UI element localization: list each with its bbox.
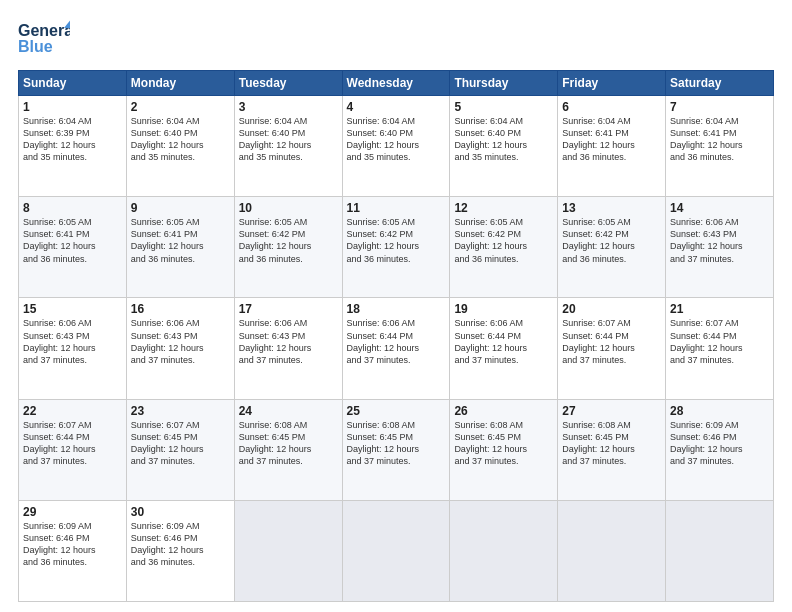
calendar-cell: 27Sunrise: 6:08 AM Sunset: 6:45 PM Dayli… (558, 399, 666, 500)
day-number: 11 (347, 201, 446, 215)
calendar-cell (666, 500, 774, 601)
calendar-cell: 16Sunrise: 6:06 AM Sunset: 6:43 PM Dayli… (126, 298, 234, 399)
header: General Blue (18, 18, 774, 62)
day-info: Sunrise: 6:08 AM Sunset: 6:45 PM Dayligh… (454, 419, 553, 468)
day-info: Sunrise: 6:06 AM Sunset: 6:43 PM Dayligh… (239, 317, 338, 366)
day-info: Sunrise: 6:04 AM Sunset: 6:40 PM Dayligh… (239, 115, 338, 164)
day-number: 25 (347, 404, 446, 418)
calendar-cell: 13Sunrise: 6:05 AM Sunset: 6:42 PM Dayli… (558, 197, 666, 298)
calendar-day-header: Sunday (19, 71, 127, 96)
calendar-cell: 24Sunrise: 6:08 AM Sunset: 6:45 PM Dayli… (234, 399, 342, 500)
calendar-cell: 22Sunrise: 6:07 AM Sunset: 6:44 PM Dayli… (19, 399, 127, 500)
calendar-day-header: Monday (126, 71, 234, 96)
day-number: 22 (23, 404, 122, 418)
day-number: 23 (131, 404, 230, 418)
day-info: Sunrise: 6:06 AM Sunset: 6:43 PM Dayligh… (131, 317, 230, 366)
day-info: Sunrise: 6:04 AM Sunset: 6:40 PM Dayligh… (454, 115, 553, 164)
calendar-day-header: Thursday (450, 71, 558, 96)
day-number: 18 (347, 302, 446, 316)
calendar-cell: 20Sunrise: 6:07 AM Sunset: 6:44 PM Dayli… (558, 298, 666, 399)
day-number: 4 (347, 100, 446, 114)
day-number: 14 (670, 201, 769, 215)
day-number: 19 (454, 302, 553, 316)
calendar-table: SundayMondayTuesdayWednesdayThursdayFrid… (18, 70, 774, 602)
day-info: Sunrise: 6:04 AM Sunset: 6:41 PM Dayligh… (670, 115, 769, 164)
day-number: 9 (131, 201, 230, 215)
day-info: Sunrise: 6:08 AM Sunset: 6:45 PM Dayligh… (239, 419, 338, 468)
calendar-cell: 7Sunrise: 6:04 AM Sunset: 6:41 PM Daylig… (666, 96, 774, 197)
day-info: Sunrise: 6:04 AM Sunset: 6:40 PM Dayligh… (131, 115, 230, 164)
calendar-cell: 17Sunrise: 6:06 AM Sunset: 6:43 PM Dayli… (234, 298, 342, 399)
day-info: Sunrise: 6:07 AM Sunset: 6:45 PM Dayligh… (131, 419, 230, 468)
calendar-cell: 4Sunrise: 6:04 AM Sunset: 6:40 PM Daylig… (342, 96, 450, 197)
day-number: 5 (454, 100, 553, 114)
day-number: 20 (562, 302, 661, 316)
day-number: 21 (670, 302, 769, 316)
day-number: 26 (454, 404, 553, 418)
day-number: 24 (239, 404, 338, 418)
day-number: 16 (131, 302, 230, 316)
calendar-cell: 12Sunrise: 6:05 AM Sunset: 6:42 PM Dayli… (450, 197, 558, 298)
calendar-day-header: Wednesday (342, 71, 450, 96)
calendar-cell: 25Sunrise: 6:08 AM Sunset: 6:45 PM Dayli… (342, 399, 450, 500)
day-info: Sunrise: 6:07 AM Sunset: 6:44 PM Dayligh… (562, 317, 661, 366)
day-info: Sunrise: 6:04 AM Sunset: 6:40 PM Dayligh… (347, 115, 446, 164)
day-number: 28 (670, 404, 769, 418)
calendar-cell (558, 500, 666, 601)
calendar-cell: 15Sunrise: 6:06 AM Sunset: 6:43 PM Dayli… (19, 298, 127, 399)
calendar-cell (450, 500, 558, 601)
day-number: 30 (131, 505, 230, 519)
calendar-cell: 11Sunrise: 6:05 AM Sunset: 6:42 PM Dayli… (342, 197, 450, 298)
calendar-cell: 26Sunrise: 6:08 AM Sunset: 6:45 PM Dayli… (450, 399, 558, 500)
calendar-cell: 30Sunrise: 6:09 AM Sunset: 6:46 PM Dayli… (126, 500, 234, 601)
day-info: Sunrise: 6:09 AM Sunset: 6:46 PM Dayligh… (131, 520, 230, 569)
day-number: 8 (23, 201, 122, 215)
day-info: Sunrise: 6:07 AM Sunset: 6:44 PM Dayligh… (23, 419, 122, 468)
day-info: Sunrise: 6:04 AM Sunset: 6:41 PM Dayligh… (562, 115, 661, 164)
calendar-day-header: Friday (558, 71, 666, 96)
calendar-cell: 1Sunrise: 6:04 AM Sunset: 6:39 PM Daylig… (19, 96, 127, 197)
day-number: 17 (239, 302, 338, 316)
day-info: Sunrise: 6:09 AM Sunset: 6:46 PM Dayligh… (23, 520, 122, 569)
day-number: 3 (239, 100, 338, 114)
calendar-cell: 5Sunrise: 6:04 AM Sunset: 6:40 PM Daylig… (450, 96, 558, 197)
calendar-cell: 23Sunrise: 6:07 AM Sunset: 6:45 PM Dayli… (126, 399, 234, 500)
day-number: 7 (670, 100, 769, 114)
logo-svg: General Blue (18, 18, 70, 62)
day-info: Sunrise: 6:06 AM Sunset: 6:44 PM Dayligh… (347, 317, 446, 366)
day-info: Sunrise: 6:05 AM Sunset: 6:42 PM Dayligh… (347, 216, 446, 265)
svg-text:Blue: Blue (18, 38, 53, 55)
day-info: Sunrise: 6:06 AM Sunset: 6:43 PM Dayligh… (670, 216, 769, 265)
day-info: Sunrise: 6:07 AM Sunset: 6:44 PM Dayligh… (670, 317, 769, 366)
calendar-cell (342, 500, 450, 601)
calendar-day-header: Tuesday (234, 71, 342, 96)
calendar-cell: 3Sunrise: 6:04 AM Sunset: 6:40 PM Daylig… (234, 96, 342, 197)
calendar-cell: 2Sunrise: 6:04 AM Sunset: 6:40 PM Daylig… (126, 96, 234, 197)
calendar-cell (234, 500, 342, 601)
day-number: 13 (562, 201, 661, 215)
day-info: Sunrise: 6:05 AM Sunset: 6:41 PM Dayligh… (131, 216, 230, 265)
day-info: Sunrise: 6:08 AM Sunset: 6:45 PM Dayligh… (347, 419, 446, 468)
calendar-day-header: Saturday (666, 71, 774, 96)
day-info: Sunrise: 6:04 AM Sunset: 6:39 PM Dayligh… (23, 115, 122, 164)
calendar-cell: 18Sunrise: 6:06 AM Sunset: 6:44 PM Dayli… (342, 298, 450, 399)
day-number: 10 (239, 201, 338, 215)
logo: General Blue (18, 18, 70, 62)
calendar-cell: 8Sunrise: 6:05 AM Sunset: 6:41 PM Daylig… (19, 197, 127, 298)
calendar-cell: 28Sunrise: 6:09 AM Sunset: 6:46 PM Dayli… (666, 399, 774, 500)
calendar-cell: 9Sunrise: 6:05 AM Sunset: 6:41 PM Daylig… (126, 197, 234, 298)
day-number: 2 (131, 100, 230, 114)
svg-text:General: General (18, 22, 70, 39)
day-info: Sunrise: 6:08 AM Sunset: 6:45 PM Dayligh… (562, 419, 661, 468)
day-number: 27 (562, 404, 661, 418)
calendar-cell: 14Sunrise: 6:06 AM Sunset: 6:43 PM Dayli… (666, 197, 774, 298)
day-info: Sunrise: 6:05 AM Sunset: 6:42 PM Dayligh… (562, 216, 661, 265)
day-number: 12 (454, 201, 553, 215)
day-number: 6 (562, 100, 661, 114)
day-info: Sunrise: 6:05 AM Sunset: 6:42 PM Dayligh… (239, 216, 338, 265)
day-info: Sunrise: 6:05 AM Sunset: 6:41 PM Dayligh… (23, 216, 122, 265)
calendar-cell: 10Sunrise: 6:05 AM Sunset: 6:42 PM Dayli… (234, 197, 342, 298)
day-info: Sunrise: 6:06 AM Sunset: 6:44 PM Dayligh… (454, 317, 553, 366)
day-info: Sunrise: 6:09 AM Sunset: 6:46 PM Dayligh… (670, 419, 769, 468)
day-number: 29 (23, 505, 122, 519)
